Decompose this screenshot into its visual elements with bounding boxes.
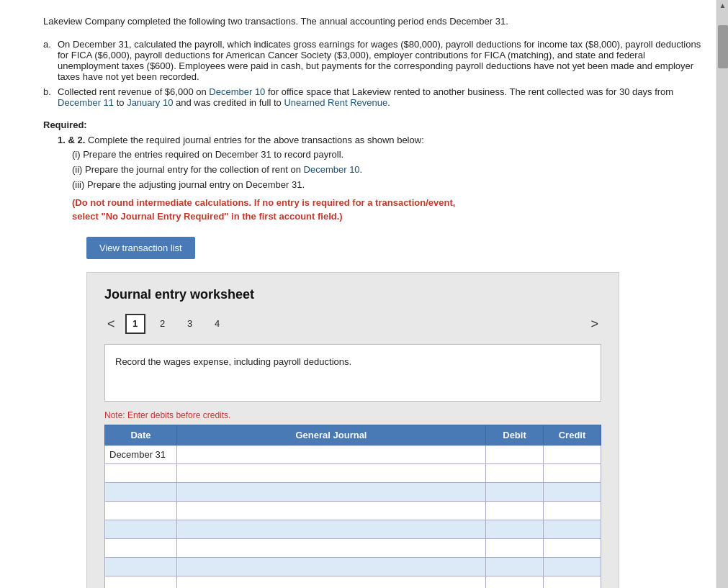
journal-input-3[interactable] (177, 483, 485, 501)
credit-cell-2[interactable] (544, 463, 601, 482)
page-3-button[interactable]: 3 (180, 314, 200, 334)
debit-input-4[interactable] (486, 502, 543, 520)
journal-input-1[interactable] (177, 445, 485, 463)
transaction-b-label: b. (43, 86, 58, 108)
debit-input-3[interactable] (486, 483, 543, 501)
debit-input-7[interactable] (486, 558, 543, 576)
table-row (105, 576, 601, 588)
page-4-button[interactable]: 4 (207, 314, 228, 334)
debit-cell-5[interactable] (486, 520, 544, 538)
journal-table-header: Date General Journal Debit Credit (105, 425, 601, 445)
table-row: December 31 (105, 445, 601, 463)
journal-cell-4[interactable] (177, 501, 486, 520)
header-row: Date General Journal Debit Credit (105, 425, 601, 445)
page-1-button[interactable]: 1 (125, 314, 145, 334)
credit-input-2[interactable] (544, 464, 601, 482)
credit-input-4[interactable] (544, 502, 601, 520)
table-row (105, 520, 601, 538)
debit-input-2[interactable] (486, 464, 543, 482)
credit-input-3[interactable] (544, 483, 601, 501)
debit-input-6[interactable] (486, 539, 543, 557)
journal-input-5[interactable] (177, 520, 485, 538)
date-cell-5 (105, 520, 177, 538)
date-cell-3 (105, 482, 177, 501)
journal-cell-1[interactable] (177, 445, 486, 463)
credit-cell-5[interactable] (544, 520, 601, 538)
transaction-a-content: On December 31, calculated the payroll, … (58, 39, 706, 82)
view-transaction-list-button[interactable]: View transaction list (86, 237, 195, 259)
required-section: Required: 1. & 2. Complete the required … (43, 119, 706, 224)
journal-cell-6[interactable] (177, 538, 486, 557)
table-row (105, 557, 601, 576)
debit-cell-8[interactable] (486, 576, 544, 588)
debit-cell-2[interactable] (486, 463, 544, 482)
debit-input-8[interactable] (486, 576, 543, 588)
transaction-b-content: Collected rent revenue of $6,000 on Dece… (58, 86, 706, 108)
required-main-desc: Complete the required journal entries fo… (88, 135, 424, 145)
required-main: 1. & 2. Complete the required journal en… (58, 133, 706, 193)
credit-input-7[interactable] (544, 558, 601, 576)
journal-table-body: December 31 (105, 445, 601, 588)
required-main-text: 1. & 2. (58, 135, 85, 145)
header-credit: Credit (544, 425, 601, 445)
page-2-button[interactable]: 2 (153, 314, 173, 334)
credit-input-6[interactable] (544, 539, 601, 557)
date-cell-2 (105, 463, 177, 482)
instruction-text: Record the wages expense, including payr… (115, 356, 351, 367)
journal-input-6[interactable] (177, 539, 485, 557)
credit-cell-1[interactable] (544, 445, 601, 463)
instruction-box: Record the wages expense, including payr… (104, 344, 601, 402)
view-btn-wrap: View transaction list (86, 237, 706, 259)
journal-input-2[interactable] (177, 464, 485, 482)
debit-cell-1[interactable] (486, 445, 544, 463)
credit-cell-6[interactable] (544, 538, 601, 557)
journal-cell-8[interactable] (177, 576, 486, 588)
worksheet-title: Journal entry worksheet (104, 287, 601, 302)
header-general-journal: General Journal (177, 425, 486, 445)
journal-input-8[interactable] (177, 576, 485, 588)
credit-cell-7[interactable] (544, 557, 601, 576)
transaction-a-label: a. (43, 39, 58, 82)
intro-paragraph: Lakeview Company completed the following… (43, 14, 706, 29)
credit-input-1[interactable] (544, 445, 601, 463)
credit-cell-8[interactable] (544, 576, 601, 588)
date-cell-7 (105, 557, 177, 576)
debit-cell-3[interactable] (486, 482, 544, 501)
journal-cell-3[interactable] (177, 482, 486, 501)
journal-cell-2[interactable] (177, 463, 486, 482)
credit-cell-4[interactable] (544, 501, 601, 520)
header-debit: Debit (486, 425, 544, 445)
date-cell-6 (105, 538, 177, 557)
debit-cell-4[interactable] (486, 501, 544, 520)
scrollbar[interactable]: ▲ (716, 0, 728, 588)
date-cell-8 (105, 576, 177, 588)
required-item-iii: (iii) Prepare the adjusting journal entr… (72, 178, 706, 193)
date-cell-1: December 31 (105, 445, 177, 463)
credit-input-5[interactable] (544, 520, 601, 538)
scrollbar-thumb[interactable] (718, 25, 728, 68)
journal-table: Date General Journal Debit Credit Decemb… (104, 425, 601, 588)
credit-input-8[interactable] (544, 576, 601, 588)
debit-cell-7[interactable] (486, 557, 544, 576)
scroll-up-arrow[interactable]: ▲ (717, 0, 728, 11)
debit-cell-6[interactable] (486, 538, 544, 557)
pagination-row: < 1 2 3 4 > (104, 314, 601, 334)
required-item-ii: (ii) Prepare the journal entry for the c… (72, 163, 706, 178)
prev-page-button[interactable]: < (104, 317, 118, 330)
note-text: Note: Enter debits before credits. (104, 410, 601, 420)
header-date: Date (105, 425, 177, 445)
page-wrapper: Lakeview Company completed the following… (0, 0, 728, 588)
table-row (105, 482, 601, 501)
transaction-b: b. Collected rent revenue of $6,000 on D… (43, 86, 706, 108)
debit-input-1[interactable] (486, 445, 543, 463)
credit-cell-3[interactable] (544, 482, 601, 501)
journal-cell-7[interactable] (177, 557, 486, 576)
journal-input-4[interactable] (177, 502, 485, 520)
journal-entry-worksheet: Journal entry worksheet < 1 2 3 4 > Reco… (86, 272, 619, 588)
debit-input-5[interactable] (486, 520, 543, 538)
journal-cell-5[interactable] (177, 520, 486, 538)
next-page-button[interactable]: > (588, 317, 601, 330)
transaction-a: a. On December 31, calculated the payrol… (43, 39, 706, 82)
journal-input-7[interactable] (177, 558, 485, 576)
required-title: Required: (43, 119, 706, 130)
